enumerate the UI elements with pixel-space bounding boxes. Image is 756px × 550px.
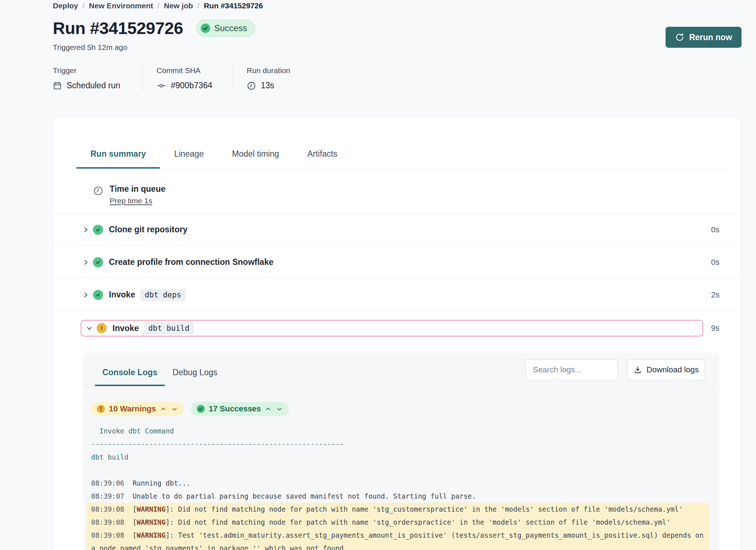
chevron-down-icon[interactable] <box>171 406 178 412</box>
log-line-warning: 08:39:08 [WARNING]: Did not find matchin… <box>86 503 709 516</box>
check-circle-icon <box>93 257 103 267</box>
chevron-up-icon[interactable] <box>160 406 167 412</box>
prep-time-link[interactable]: Prep time 1s <box>110 196 152 205</box>
meta-commit-label: Commit SHA <box>157 66 218 75</box>
log-panel: Console Logs Debug Logs Download logs 10 <box>83 353 719 550</box>
chevron-up-icon[interactable] <box>264 406 272 412</box>
tab-run-summary[interactable]: Run summary <box>76 149 160 168</box>
run-summary-card: Run summary Lineage Model timing Artifac… <box>53 117 742 550</box>
breadcrumb: Deploy / New Environment / New job / Run… <box>53 1 742 10</box>
triggered-timestamp: Triggered 5h 12m ago <box>53 43 742 52</box>
step-row-dbt-build: Invoke dbt build 9s <box>53 311 741 353</box>
tab-debug-logs[interactable]: Debug Logs <box>165 368 225 386</box>
status-badge: Success <box>196 20 255 37</box>
command-chip: dbt deps <box>140 289 186 301</box>
log-line-warning: 08:39:08 [WARNING]: Did not find matchin… <box>86 516 709 529</box>
chevron-down-icon[interactable] <box>276 406 283 412</box>
step-dbt-build-selected[interactable]: Invoke dbt build <box>81 320 703 337</box>
breadcrumb-separator: / <box>198 1 200 10</box>
meta-trigger-value: Scheduled run <box>67 81 120 90</box>
log-line: dbt build <box>83 450 719 464</box>
breadcrumb-separator: / <box>157 1 160 10</box>
log-line-warning: 08:39:08 [WARNING]: Test 'test.admin_mat… <box>86 529 709 550</box>
meta-duration-value: 13s <box>261 81 274 90</box>
check-circle-icon <box>196 405 205 413</box>
chevron-down-icon[interactable] <box>85 325 94 331</box>
page-title: Run #341529726 <box>53 18 183 38</box>
breadcrumb-item-environment[interactable]: New Environment <box>89 1 153 10</box>
step-name: Create profile from connection Snowflake <box>109 257 273 267</box>
log-divider-line: ----------------------------------------… <box>83 437 719 450</box>
run-meta-row: Trigger Scheduled run Commit SHA #900b73… <box>53 66 742 90</box>
log-line: 08:39:06 Running dbt... <box>83 477 719 490</box>
run-detail-page: Deploy / New Environment / New job / Run… <box>0 0 756 550</box>
meta-trigger-label: Trigger <box>53 66 128 75</box>
log-filter-badges: 10 Warnings 17 Successes <box>91 402 719 416</box>
breadcrumb-item-deploy[interactable]: Deploy <box>53 1 78 10</box>
time-in-queue-section: Time in queue Prep time 1s <box>53 168 741 213</box>
rerun-now-button[interactable]: Rerun now <box>666 27 742 48</box>
step-name: Clone git repository <box>109 225 187 234</box>
status-badge-label: Success <box>214 23 247 33</box>
warning-icon <box>97 323 107 333</box>
log-line: 08:39:07 Unable to do partial parsing be… <box>83 490 719 503</box>
clock-icon <box>247 81 256 90</box>
warning-icon <box>97 405 105 413</box>
step-name: Invoke <box>109 290 135 300</box>
meta-commit: Commit SHA #900b7364 <box>143 66 233 90</box>
console-log-output: Invoke dbt Command ---------------------… <box>83 424 719 550</box>
log-line <box>83 464 719 477</box>
commit-icon <box>157 81 166 90</box>
check-circle-icon <box>201 24 210 33</box>
warnings-badge-label: 10 Warnings <box>109 404 156 414</box>
step-duration: 0s <box>711 258 719 267</box>
download-logs-button[interactable]: Download logs <box>627 359 705 380</box>
title-row: Run #341529726 Success <box>53 18 742 38</box>
step-duration: 9s <box>711 323 719 333</box>
log-line: Invoke dbt Command <box>83 424 719 437</box>
step-duration: 2s <box>711 290 719 300</box>
download-icon <box>633 365 642 374</box>
successes-badge-label: 17 Successes <box>209 404 261 414</box>
meta-commit-value: #900b7364 <box>171 81 212 90</box>
time-in-queue-title: Time in queue <box>110 184 165 194</box>
warnings-badge[interactable]: 10 Warnings <box>91 402 184 416</box>
refresh-icon <box>675 33 684 42</box>
tab-lineage[interactable]: Lineage <box>160 149 218 168</box>
chevron-right-icon[interactable] <box>81 259 90 266</box>
clock-icon <box>93 186 103 205</box>
search-logs-input[interactable] <box>525 359 618 380</box>
breadcrumb-item-job[interactable]: New job <box>164 1 193 10</box>
check-circle-icon <box>93 225 103 235</box>
step-name: Invoke <box>112 323 139 333</box>
meta-duration-label: Run duration <box>247 66 290 75</box>
log-tabs: Console Logs Debug Logs <box>95 368 225 386</box>
step-row-dbt-deps: Invoke dbt deps 2s <box>53 279 741 311</box>
successes-badge[interactable]: 17 Successes <box>191 402 289 416</box>
meta-trigger: Trigger Scheduled run <box>53 66 143 90</box>
log-header: Console Logs Debug Logs Download logs <box>83 353 719 386</box>
step-duration: 0s <box>711 225 719 234</box>
tab-console-logs[interactable]: Console Logs <box>95 368 165 386</box>
tab-artifacts[interactable]: Artifacts <box>293 149 352 168</box>
chevron-right-icon[interactable] <box>81 227 90 233</box>
breadcrumb-separator: / <box>82 1 85 10</box>
run-tabs: Run summary Lineage Model timing Artifac… <box>76 149 729 168</box>
calendar-icon <box>53 81 62 90</box>
command-chip: dbt build <box>144 322 194 334</box>
tab-model-timing[interactable]: Model timing <box>218 149 293 168</box>
step-row-create-profile: Create profile from connection Snowflake… <box>53 246 741 279</box>
download-logs-label: Download logs <box>646 365 698 375</box>
step-row-clone-git: Clone git repository 0s <box>53 213 741 246</box>
chevron-right-icon[interactable] <box>81 292 90 298</box>
rerun-now-label: Rerun now <box>689 33 732 42</box>
meta-duration: Run duration 13s <box>233 66 305 90</box>
breadcrumb-item-current-run: Run #341529726 <box>204 1 263 10</box>
check-circle-icon <box>93 290 103 300</box>
